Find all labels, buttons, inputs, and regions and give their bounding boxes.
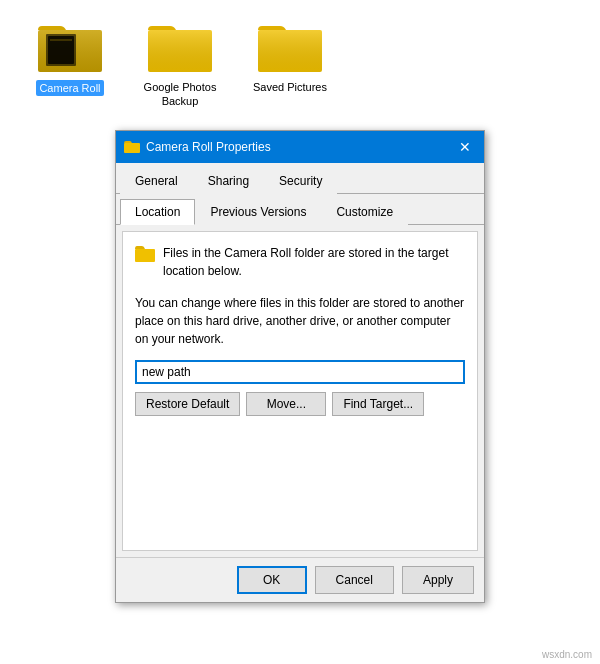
tab-sharing[interactable]: Sharing [193, 168, 264, 194]
camera-roll-label: Camera Roll [36, 80, 103, 96]
close-button[interactable]: ✕ [454, 137, 476, 157]
tabs-row-2: Location Previous Versions Customize [116, 194, 484, 225]
google-photos-label: Google PhotosBackup [144, 80, 217, 109]
path-input[interactable] [135, 360, 465, 384]
tab-general[interactable]: General [120, 168, 193, 194]
watermark: wsxdn.com [542, 649, 592, 660]
apply-button[interactable]: Apply [402, 566, 474, 594]
camera-roll-folder-icon [38, 20, 102, 76]
tab-location[interactable]: Location [120, 199, 195, 225]
saved-pictures-label: Saved Pictures [253, 80, 327, 94]
dialog-content: Files in the Camera Roll folder are stor… [122, 231, 478, 551]
folder-google-photos[interactable]: Google PhotosBackup [140, 20, 220, 109]
dialog-folder-icon [124, 139, 140, 155]
svg-rect-6 [148, 30, 212, 72]
dialog-footer: OK Cancel Apply [116, 557, 484, 602]
tabs-row-1: General Sharing Security [116, 163, 484, 194]
folder-camera-roll[interactable]: Camera Roll [30, 20, 110, 96]
svg-rect-8 [258, 30, 322, 72]
saved-pictures-folder-icon [258, 20, 322, 76]
description2: You can change where files in this folde… [135, 294, 465, 348]
dialog-title: Camera Roll Properties [146, 140, 271, 154]
cancel-button[interactable]: Cancel [315, 566, 394, 594]
folder-saved-pictures[interactable]: Saved Pictures [250, 20, 330, 94]
content-folder-icon [135, 245, 155, 263]
svg-rect-9 [124, 143, 140, 153]
tabs-container: General Sharing Security Location Previo… [116, 163, 484, 225]
titlebar-left: Camera Roll Properties [124, 139, 271, 155]
description1: Files in the Camera Roll folder are stor… [163, 244, 465, 280]
properties-dialog: Camera Roll Properties ✕ General Sharing… [115, 130, 485, 603]
tab-previous-versions[interactable]: Previous Versions [195, 199, 321, 225]
google-photos-folder-icon [148, 20, 212, 76]
dialog-titlebar: Camera Roll Properties ✕ [116, 131, 484, 163]
restore-default-button[interactable]: Restore Default [135, 392, 240, 416]
location-header: Files in the Camera Roll folder are stor… [135, 244, 465, 280]
tab-customize[interactable]: Customize [321, 199, 408, 225]
svg-rect-10 [135, 249, 155, 262]
find-target-button[interactable]: Find Target... [332, 392, 424, 416]
ok-button[interactable]: OK [237, 566, 307, 594]
action-button-row: Restore Default Move... Find Target... [135, 392, 465, 416]
tab-security[interactable]: Security [264, 168, 337, 194]
move-button[interactable]: Move... [246, 392, 326, 416]
